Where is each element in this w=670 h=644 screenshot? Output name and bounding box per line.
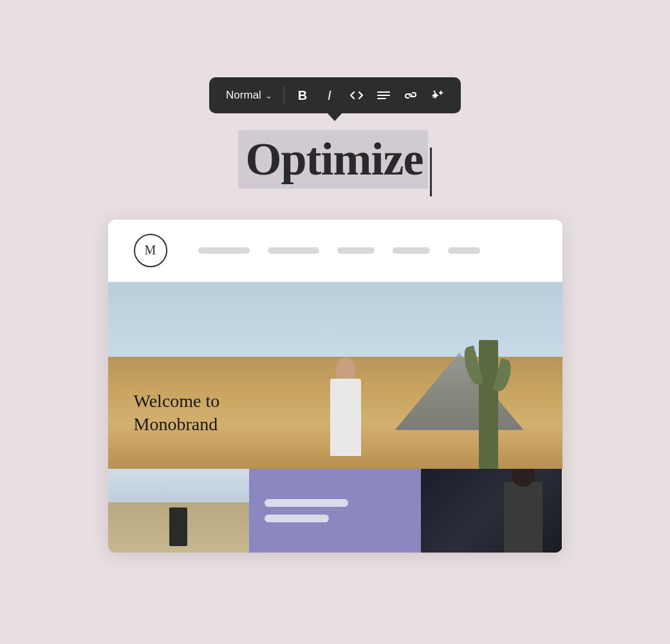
hero-figure [320,340,371,456]
bold-button[interactable]: B [291,84,314,107]
dark-figure-body [504,482,543,553]
photo-figure [169,507,187,546]
nav-item-4 [393,247,430,254]
purple-bar-2 [265,515,329,522]
scene: Normal ⌄ B I [0,0,670,644]
selected-text-content: Optimize [246,133,423,185]
preview-navigation: M [108,220,563,282]
purple-bar-1 [265,499,348,507]
code-button[interactable] [345,84,368,107]
nav-item-5 [448,247,480,254]
svg-point-3 [433,91,435,93]
grid-purple-card [249,469,421,553]
dark-figure-head [512,469,535,487]
selected-text-highlight: Optimize [238,130,429,189]
hero-title: Welcome to Monobrand [134,390,220,437]
hero-section: Welcome to Monobrand [108,282,563,469]
italic-button[interactable]: I [318,84,341,107]
logo-letter: M [145,243,156,258]
website-preview: M Welcome to Monobrand [108,220,563,553]
text-style-dropdown[interactable]: Normal ⌄ [221,86,277,104]
nav-item-3 [337,247,375,254]
link-button[interactable] [399,84,422,107]
text-editing-area[interactable]: Optimize [238,130,433,196]
text-cursor [430,147,432,196]
figure-body [330,379,361,456]
toolbar-divider-1 [284,86,284,104]
preview-grid [108,469,563,553]
text-style-label: Normal [226,89,261,102]
list-button[interactable] [372,84,395,107]
grid-photo-outdoor [108,469,249,553]
chevron-down-icon: ⌄ [265,91,272,100]
hero-text-overlay: Welcome to Monobrand [134,390,220,437]
grid-photo-dark [421,469,562,553]
nav-links [198,247,480,254]
nav-item-1 [198,247,250,254]
nav-item-2 [268,247,319,254]
formatting-toolbar: Normal ⌄ B I [209,77,461,113]
hero-plant [479,340,498,469]
svg-point-4 [433,97,434,98]
ai-assist-button[interactable] [426,84,449,107]
logo-circle: M [134,234,167,267]
